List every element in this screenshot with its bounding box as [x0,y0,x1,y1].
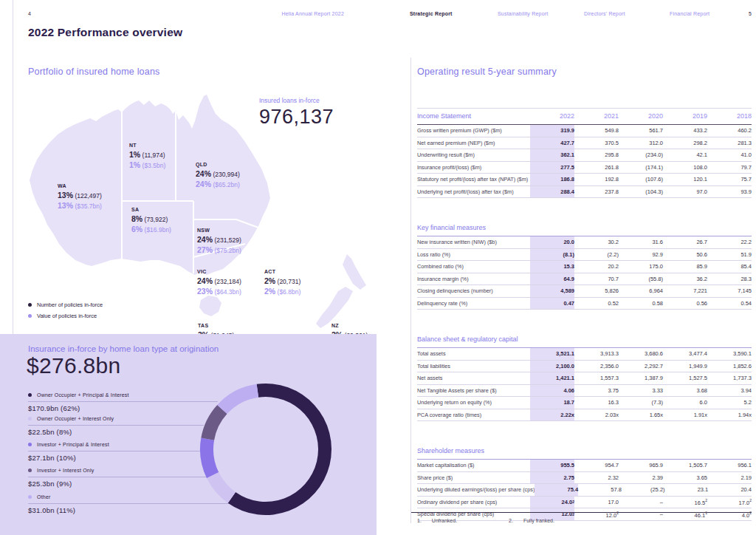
row-value-2022: 75.4 [535,484,578,496]
nz-north-island [343,254,366,290]
row-value-2018: 17.02 [707,498,752,506]
table-row: PCA coverage ratio (times)2.22x2.03x1.65… [417,409,752,422]
row-value-2018: 2.19 [707,474,752,481]
row-value-2019: 36.2 [663,276,707,282]
table-row: Underlying diluted earnings/(loss) per s… [417,484,752,497]
table-section-title: Shareholder measures [417,447,752,454]
table-row: Market capitalisation ($)955.5954.7965.9… [417,460,752,472]
row-value-2022: 64.9 [530,273,574,285]
tasmania [199,296,221,316]
table-row: Insurance profit/(loss) ($m)277.5261.8(1… [417,162,752,174]
state-label-wa: WA13% (122,497)13% ($35.7bn) [58,183,102,211]
row-value-2018: 79.7 [707,164,752,171]
row-value-2020: 31.6 [619,239,663,245]
row-value-2020: 3.33 [619,387,663,394]
state-policies: 13% (122,497) [58,191,102,200]
row-value-2022: (8.1) [530,249,574,261]
nav-tab-directors-report[interactable]: Directors' Report [584,11,625,16]
row-value-2019: 85.9 [663,263,707,270]
donut-chart [199,383,332,516]
table-section: Balance sheet & regulatory capitalTotal … [417,332,752,421]
row-value-2020: 3,680.6 [619,350,663,357]
row-value-2021: 549.8 [574,127,619,134]
row-label: Gross written premium (GWP) ($m) [417,127,530,134]
row-value-2020: 92.9 [619,251,663,258]
nav-tab-financial-report[interactable]: Financial Report [670,11,709,16]
map-legend-item: Number of policies in-force [28,301,103,308]
report-name-header: Helia Annual Report 2022 [266,11,344,16]
row-value-2022: 0.47 [530,298,574,310]
row-value-2019: 16.52 [663,498,707,506]
row-label: Underlying net profit/(loss) after tax (… [417,188,530,195]
state-value: 27% ($75.2bn) [197,245,241,255]
table-section: Shareholder measuresMarket capitalisatio… [417,443,752,521]
legend-dot [28,468,32,472]
page-title: 2022 Performance overview [28,26,182,39]
row-value-2018: 85.4 [707,263,752,270]
row-label: PCA coverage ratio (times) [417,412,530,418]
row-value-2019: 42.1 [663,151,707,158]
state-code: QLD [196,162,240,168]
legend-label: Value of policies in-force [37,313,97,319]
donut-legend-item: Investor + Principal & Interest$27.1bn (… [28,442,200,462]
row-value-2018: 93.9 [707,188,752,195]
legend-dot [28,393,32,397]
donut-segment [217,384,258,414]
donut-legend-item: Owner Occupier + Interest Only$22.5bn (8… [28,416,204,436]
state-label-vic: VIC24% (232,184)23% ($64.3bn) [197,269,241,296]
year-header: 2020 [619,112,663,120]
row-value-2019: 23.1 [665,486,709,493]
footnote-number: 2. [509,518,513,523]
year-header: 2018 [707,112,752,120]
table-section-title: Income Statement [417,112,530,120]
row-value-2019: 1,949.9 [663,363,707,369]
row-value-2019: 97.0 [663,188,707,195]
row-value-2020: 312.0 [619,140,663,146]
row-value-2021: 70.7 [574,276,619,282]
row-value-2020: (25.2) [622,486,665,493]
row-value-2020: 1.65x [619,412,663,418]
legend-dot [28,303,32,307]
footnote: 1.Unfranked. [417,518,457,523]
table-section-header: Income Statement20222021202020192018 [417,108,752,125]
row-value-2018: 3.94 [707,387,752,394]
year-header: 2019 [663,112,707,120]
nz-south-island [316,287,353,328]
table-row: Insurance margin (%)64.970.7(55.8)36.228… [417,273,752,286]
year-header: 2022 [530,112,574,120]
row-value-2019: 1,505.7 [663,462,707,468]
state-label-act: ACT2% (20,731)2% ($6.8bn) [264,269,300,296]
legend-dot [28,314,32,318]
row-value-2019: 1,527.5 [663,375,707,381]
row-value-2018: 28.3 [707,276,752,282]
row-label: Share price ($) [417,474,530,481]
nav-tab-sustainability-report[interactable]: Sustainability Report [498,11,548,16]
table-row: Share price ($)2.752.322.393.652.19 [417,472,752,485]
row-value-2019: 0.56 [663,300,707,307]
row-value-2022: 24.02 [530,497,574,508]
legend-label: Other [37,494,51,500]
nav-tab-strategic-report[interactable]: Strategic Report [410,11,453,16]
row-value-2018: 22.2 [707,239,752,245]
table-row: Ordinary dividend per share (cps)24.0217… [417,497,752,509]
row-value-2021: 954.7 [574,462,619,468]
row-value-2018: 3,590.1 [707,350,752,357]
table-row: Net assets1,421.11,557.31,387.91,527.51,… [417,372,752,385]
row-label: Insurance margin (%) [417,276,530,282]
year-header: 2021 [574,112,619,120]
row-value-2020: 6,964 [619,287,663,294]
table-row: Closing delinquencies (number)4,5895,826… [417,285,752,298]
table-row: Loss ratio (%)(8.1)(2.2)92.950.651.9 [417,249,752,262]
row-value-2020: 2,292.7 [619,363,663,369]
row-value-2019: 7,221 [663,287,707,294]
state-code: NZ [331,323,368,330]
table-row: Net earned premium (NEP) ($m)427.7370.53… [417,137,752,150]
table-section-header: Key financial measures [417,220,752,236]
row-value-2020: 1,387.9 [619,375,663,381]
row-value-2020: (174.1) [619,164,663,171]
row-value-2021: 2.32 [574,474,619,481]
state-code: NSW [197,228,241,234]
row-value-2019: 3.65 [663,474,707,481]
table-section-header: Shareholder measures [417,443,752,460]
donut-legend-head: Owner Occupier + Principal & Interest [28,392,218,402]
